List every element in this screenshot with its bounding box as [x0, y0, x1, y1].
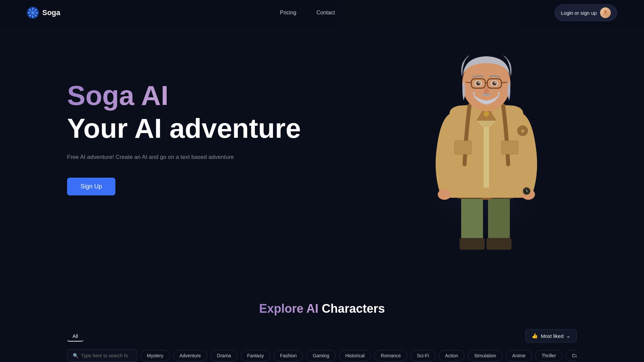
hero-content: Soga AI Your AI adventure Free AI advent… — [67, 54, 301, 195]
svg-point-11 — [35, 9, 37, 11]
svg-text:⚙: ⚙ — [521, 129, 525, 133]
logo[interactable]: Soga — [27, 7, 60, 19]
login-button[interactable]: Login or sign up — [554, 4, 617, 21]
brand-name: Soga — [42, 8, 60, 17]
tag-culinary[interactable]: Culinary — [566, 350, 577, 361]
explore-title: Explore AI Characters — [67, 302, 577, 316]
tag-romance[interactable]: Romance — [374, 350, 407, 361]
search-input[interactable] — [81, 353, 131, 358]
logo-icon — [27, 7, 39, 19]
tag-action[interactable]: Action — [439, 350, 465, 361]
svg-point-37 — [494, 82, 496, 83]
svg-point-35 — [492, 81, 496, 85]
avatar-icon — [602, 9, 609, 16]
tag-mystery[interactable]: Mystery — [141, 350, 170, 361]
tag-simulation[interactable]: Simulation — [468, 350, 502, 361]
tag-scifi[interactable]: Sci-Fi — [411, 350, 435, 361]
explore-section: Explore AI Characters All 👍 Most liked ⌄… — [0, 282, 644, 362]
search-wrapper: 🔍 — [67, 349, 137, 362]
nav-links: Pricing Contact — [280, 10, 335, 16]
tag-gaming[interactable]: Gaming — [306, 350, 335, 361]
svg-point-10 — [35, 15, 37, 16]
avatar — [600, 7, 611, 18]
hero-subtitle: Free AI adventure! Create an AI and go o… — [67, 153, 301, 162]
svg-point-23 — [438, 189, 451, 200]
navbar: Soga Pricing Contact Login or sign up — [0, 0, 644, 25]
svg-rect-17 — [460, 238, 485, 250]
sort-label: Most liked — [541, 333, 564, 339]
thumbs-up-icon: 👍 — [532, 333, 538, 339]
tag-historical[interactable]: Historical — [339, 350, 371, 361]
svg-point-5 — [32, 8, 34, 9]
explore-title-part2: Characters — [322, 302, 385, 315]
hero-section: Soga AI Your AI adventure Free AI advent… — [0, 0, 644, 282]
hero-title-white: Your AI adventure — [67, 113, 301, 143]
filter-row: All 👍 Most liked ⌄ — [67, 329, 577, 343]
tag-fantasy[interactable]: Fantasy — [241, 350, 270, 361]
tag-thriller[interactable]: Thriller — [535, 350, 562, 361]
svg-point-7 — [28, 12, 30, 13]
chevron-icon: ⌄ — [566, 333, 571, 339]
sort-button[interactable]: 👍 Most liked ⌄ — [525, 329, 577, 343]
search-tags-row: 🔍 Mystery Adventure Drama Fantasy Fashio… — [67, 349, 577, 362]
svg-point-38 — [484, 111, 489, 117]
nav-pricing[interactable]: Pricing — [280, 10, 297, 16]
explore-title-part1: Explore AI — [259, 302, 322, 315]
tag-anime[interactable]: Anime — [506, 350, 532, 361]
svg-point-6 — [32, 16, 34, 17]
svg-point-12 — [30, 15, 31, 16]
nav-contact[interactable]: Contact — [316, 10, 335, 16]
svg-point-36 — [478, 82, 480, 83]
character-illustration: ⚙ — [402, 47, 570, 261]
svg-point-13 — [604, 10, 607, 13]
svg-point-8 — [36, 12, 38, 13]
filter-tabs: All — [67, 330, 84, 342]
svg-rect-45 — [454, 141, 471, 154]
tag-fashion[interactable]: Fashion — [274, 350, 303, 361]
svg-point-9 — [30, 9, 31, 11]
nav-right: Login or sign up — [554, 4, 617, 21]
hero-character: ⚙ — [402, 47, 577, 255]
hero-title-colored: Soga AI — [67, 80, 301, 111]
search-icon: 🔍 — [73, 353, 78, 358]
signup-button[interactable]: Sign Up — [67, 178, 115, 195]
tab-all[interactable]: All — [67, 330, 84, 342]
tag-drama[interactable]: Drama — [211, 350, 237, 361]
svg-rect-46 — [501, 141, 518, 154]
svg-rect-18 — [486, 238, 512, 250]
tag-adventure[interactable]: Adventure — [173, 350, 207, 361]
svg-point-34 — [476, 81, 480, 85]
